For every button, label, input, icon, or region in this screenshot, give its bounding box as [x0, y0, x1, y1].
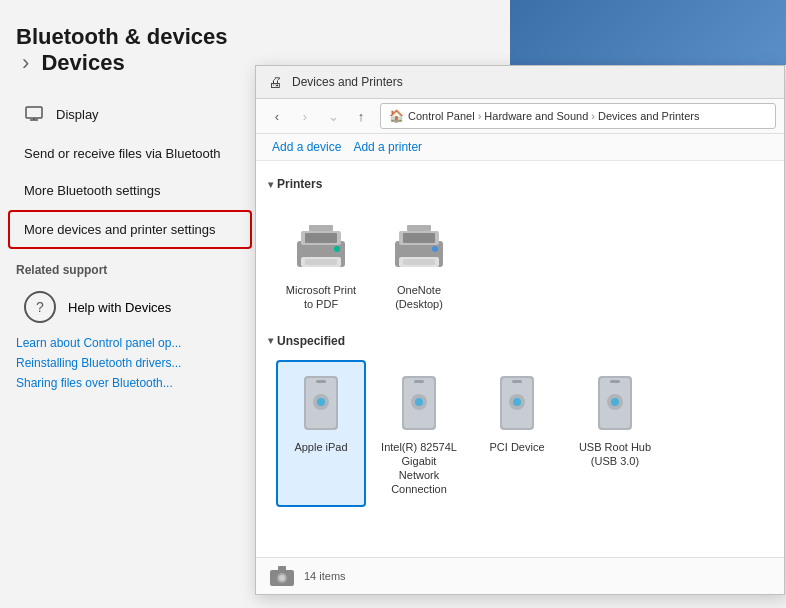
forward-button[interactable]: ›: [292, 103, 318, 129]
toolbar: Add a device Add a printer: [256, 134, 784, 161]
printer-onenote-icon: [387, 213, 451, 277]
link-sharing-files[interactable]: Sharing files over Bluetooth...: [0, 373, 260, 393]
window-titlebar: 🖨 Devices and Printers: [256, 66, 784, 99]
apple-ipad-label: Apple iPad: [294, 440, 347, 454]
display-icon: [24, 104, 44, 124]
more-devices-label: More devices and printer settings: [24, 222, 215, 237]
svg-point-20: [317, 398, 325, 406]
apple-ipad-icon: [289, 370, 353, 434]
link-control-panel[interactable]: Learn about Control panel op...: [0, 333, 260, 353]
nav-bar: ‹ › ⌄ ↑ 🏠 Control Panel › Hardware and S…: [256, 99, 784, 134]
sep1: ›: [478, 110, 482, 122]
sidebar-item-more-devices[interactable]: More devices and printer settings: [8, 210, 252, 249]
title-prefix: Bluetooth & devices: [16, 24, 227, 49]
unspecified-chevron: ▾: [268, 335, 273, 346]
address-bar[interactable]: 🏠 Control Panel › Hardware and Sound › D…: [380, 103, 776, 129]
printers-label: Printers: [277, 177, 322, 191]
display-label: Display: [56, 107, 99, 122]
printers-grid: Microsoft Printto PDF OneNote(Desktop): [268, 203, 772, 322]
printer-pdf-icon: [289, 213, 353, 277]
svg-rect-26: [414, 380, 424, 383]
help-circle-icon: ?: [24, 291, 56, 323]
window-title-text: Devices and Printers: [292, 75, 403, 89]
svg-rect-12: [403, 233, 435, 243]
svg-rect-7: [305, 259, 337, 265]
svg-point-25: [415, 398, 423, 406]
device-item-apple-ipad[interactable]: Apple iPad: [276, 360, 366, 507]
more-bluetooth-label: More Bluetooth settings: [24, 183, 161, 198]
sidebar-item-display[interactable]: Display: [8, 94, 252, 134]
status-count: 14 items: [304, 570, 346, 582]
related-support-label: Related support: [0, 251, 260, 281]
svg-rect-9: [309, 225, 333, 231]
breadcrumb-level1: Hardware and Sound: [484, 110, 588, 122]
svg-rect-36: [610, 380, 620, 383]
status-camera-icon: [268, 562, 296, 590]
intel-network-label: Intel(R) 82574LGigabit NetworkConnection: [380, 440, 458, 497]
svg-point-39: [279, 575, 285, 581]
address-home-icon: 🏠: [389, 109, 404, 123]
unspecified-grid: Apple iPad Intel(R) 82574LGigabit Networ…: [268, 360, 772, 507]
title-sep: ›: [22, 50, 29, 75]
pci-device-icon: [485, 370, 549, 434]
page-title: Bluetooth & devices › Devices: [0, 16, 260, 92]
svg-rect-40: [278, 566, 286, 571]
svg-point-8: [334, 246, 340, 252]
svg-point-30: [513, 398, 521, 406]
svg-rect-21: [316, 380, 326, 383]
svg-point-15: [432, 246, 438, 252]
settings-panel: Bluetooth & devices › Devices Display Se…: [0, 0, 260, 608]
intel-network-icon: [387, 370, 451, 434]
breadcrumb-level2: Devices and Printers: [598, 110, 700, 122]
svg-rect-31: [512, 380, 522, 383]
printer-pdf-label: Microsoft Printto PDF: [286, 283, 356, 312]
sidebar-item-help-devices[interactable]: ? Help with Devices: [8, 283, 252, 331]
recent-button[interactable]: ⌄: [320, 103, 346, 129]
window-title-icon: 🖨: [268, 74, 284, 90]
device-item-pci[interactable]: PCI Device: [472, 360, 562, 507]
sep2: ›: [591, 110, 595, 122]
svg-rect-14: [403, 259, 435, 265]
printers-section-header[interactable]: ▾ Printers: [268, 177, 772, 191]
status-bar: 14 items: [256, 557, 784, 594]
content-area: ▾ Printers Microsoft Printto P: [256, 161, 784, 557]
send-receive-label: Send or receive files via Bluetooth: [24, 146, 221, 161]
printers-chevron: ▾: [268, 179, 273, 190]
pci-device-label: PCI Device: [489, 440, 544, 454]
printer-item-onenote[interactable]: OneNote(Desktop): [374, 203, 464, 322]
link-reinstalling-bluetooth[interactable]: Reinstalling Bluetooth drivers...: [0, 353, 260, 373]
device-item-usb-hub[interactable]: USB Root Hub(USB 3.0): [570, 360, 660, 507]
device-item-intel-network[interactable]: Intel(R) 82574LGigabit NetworkConnection: [374, 360, 464, 507]
usb-hub-icon: [583, 370, 647, 434]
add-printer-button[interactable]: Add a printer: [349, 138, 426, 156]
back-button[interactable]: ‹: [264, 103, 290, 129]
devices-printers-window: 🖨 Devices and Printers ‹ › ⌄ ↑ 🏠 Control…: [255, 65, 785, 595]
title-main: Devices: [41, 50, 124, 75]
svg-rect-5: [305, 233, 337, 243]
sidebar-item-more-bluetooth[interactable]: More Bluetooth settings: [8, 173, 252, 208]
usb-hub-label: USB Root Hub(USB 3.0): [579, 440, 651, 469]
printer-item-pdf[interactable]: Microsoft Printto PDF: [276, 203, 366, 322]
unspecified-label: Unspecified: [277, 334, 345, 348]
sidebar-item-send-receive[interactable]: Send or receive files via Bluetooth: [8, 136, 252, 171]
svg-point-35: [611, 398, 619, 406]
up-button[interactable]: ↑: [348, 103, 374, 129]
svg-rect-0: [26, 107, 42, 118]
printer-onenote-label: OneNote(Desktop): [395, 283, 443, 312]
add-device-button[interactable]: Add a device: [268, 138, 345, 156]
breadcrumb-root: Control Panel: [408, 110, 475, 122]
unspecified-section-header[interactable]: ▾ Unspecified: [268, 334, 772, 348]
help-devices-label: Help with Devices: [68, 300, 171, 315]
svg-rect-16: [407, 225, 431, 231]
